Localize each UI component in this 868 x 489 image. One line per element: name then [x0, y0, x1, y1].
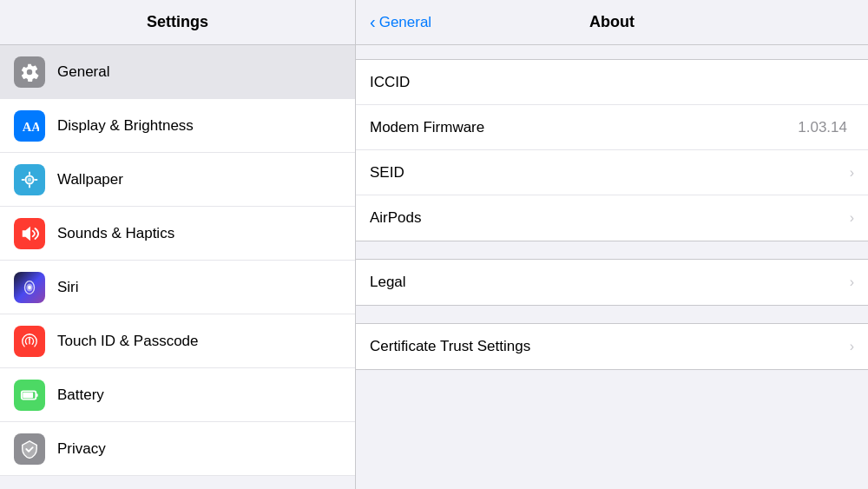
sidebar-item-general[interactable]: General: [0, 45, 355, 99]
certificate-trust-row[interactable]: Certificate Trust Settings ›: [356, 324, 868, 369]
sounds-icon: [14, 218, 45, 249]
sidebar-item-battery[interactable]: Battery: [0, 368, 355, 422]
sidebar-item-siri[interactable]: Siri: [0, 261, 355, 314]
battery-icon: [14, 380, 45, 411]
about-group-2: Legal ›: [356, 259, 868, 306]
header-left: Settings: [0, 0, 356, 44]
sidebar-siri-label: Siri: [57, 279, 79, 296]
certificate-trust-label: Certificate Trust Settings: [370, 338, 850, 355]
svg-marker-8: [23, 226, 30, 241]
modem-firmware-label: Modem Firmware: [370, 119, 798, 136]
sidebar-privacy-label: Privacy: [57, 440, 106, 458]
svg-rect-15: [36, 393, 37, 397]
general-icon: [14, 56, 45, 88]
airpods-chevron-icon: ›: [850, 210, 854, 226]
svg-text:AA: AA: [23, 119, 39, 133]
sidebar: General AA Display & Brightness: [0, 45, 356, 489]
back-chevron-icon: ‹: [370, 13, 376, 30]
settings-title: Settings: [147, 13, 208, 31]
back-label: General: [379, 14, 431, 31]
seid-chevron-icon: ›: [850, 165, 854, 181]
about-group-1: ICCID Modem Firmware 1.03.14 SEID › AirP…: [356, 59, 868, 241]
sidebar-battery-label: Battery: [57, 387, 104, 404]
sidebar-wallpaper-label: Wallpaper: [57, 171, 123, 188]
svg-point-2: [28, 177, 32, 182]
main-content: General AA Display & Brightness: [0, 45, 868, 489]
sidebar-item-display[interactable]: AA Display & Brightness: [0, 99, 355, 153]
certificate-trust-chevron-icon: ›: [850, 339, 854, 354]
sidebar-item-wallpaper[interactable]: Wallpaper: [0, 153, 355, 207]
sidebar-display-label: Display & Brightness: [57, 117, 194, 135]
modem-firmware-value: 1.03.14: [798, 119, 847, 136]
header: Settings ‹ General About: [0, 0, 868, 45]
seid-row[interactable]: SEID ›: [356, 150, 868, 195]
display-icon: AA: [14, 110, 45, 142]
about-panel: ICCID Modem Firmware 1.03.14 SEID › AirP…: [356, 45, 868, 489]
siri-icon: [14, 272, 45, 303]
modem-firmware-row[interactable]: Modem Firmware 1.03.14: [356, 105, 868, 150]
svg-rect-16: [23, 392, 33, 397]
sidebar-general-label: General: [57, 63, 109, 81]
legal-chevron-icon: ›: [850, 274, 854, 290]
airpods-label: AirPods: [370, 209, 850, 227]
about-group-3: Certificate Trust Settings ›: [356, 323, 868, 370]
sidebar-sounds-label: Sounds & Haptics: [57, 225, 174, 242]
back-button[interactable]: ‹ General: [370, 14, 431, 31]
svg-point-11: [28, 285, 31, 289]
sidebar-item-sounds[interactable]: Sounds & Haptics: [0, 207, 355, 261]
airpods-row[interactable]: AirPods ›: [356, 195, 868, 241]
legal-row[interactable]: Legal ›: [356, 260, 868, 305]
sidebar-item-touchid[interactable]: Touch ID & Passcode: [0, 314, 355, 368]
wallpaper-icon: [14, 164, 45, 195]
iccid-label: ICCID: [370, 74, 854, 91]
touchid-icon: [14, 326, 45, 357]
header-right: ‹ General About: [356, 0, 868, 44]
legal-label: Legal: [370, 274, 850, 291]
seid-label: SEID: [370, 164, 850, 182]
sidebar-touchid-label: Touch ID & Passcode: [57, 333, 199, 350]
iccid-row[interactable]: ICCID: [356, 60, 868, 105]
sidebar-item-privacy[interactable]: Privacy: [0, 422, 355, 476]
about-title: About: [589, 13, 635, 31]
privacy-icon: [14, 433, 45, 465]
